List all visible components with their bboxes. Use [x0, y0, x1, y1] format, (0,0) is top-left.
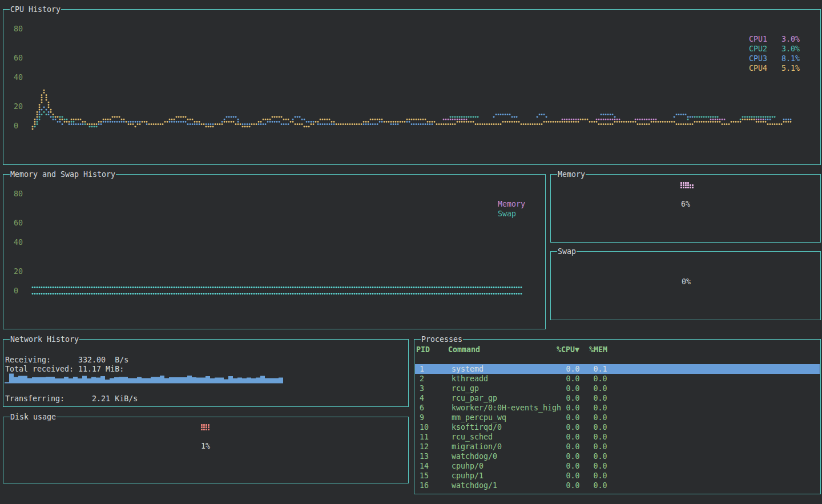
panel-title-memory: Memory [557, 170, 586, 179]
processes-header-mem[interactable]: %MEM [589, 345, 607, 354]
process-row-command[interactable]: cpuhp/1 [452, 471, 483, 481]
swap-gauge-percent: 0% [682, 277, 691, 287]
process-row-pid[interactable]: 2 [420, 374, 424, 384]
process-row-pid[interactable]: 13 [420, 451, 429, 461]
process-row-pid[interactable]: 10 [420, 422, 429, 432]
memory-gauge-percent: 6% [681, 199, 690, 209]
cpu-legend-value-cpu1: 3.0% [781, 34, 800, 44]
process-row-cpu[interactable]: 0.0 [566, 442, 579, 451]
process-row-command[interactable]: mm_percpu_wq [452, 413, 506, 422]
cpu-legend-name-cpu2: CPU2 [749, 44, 767, 54]
process-row-cpu[interactable]: 0.0 [566, 413, 579, 422]
network-total-received-line: Total received: 11.17 MiB: [5, 364, 124, 374]
process-row-command[interactable]: watchdog/1 [452, 481, 497, 490]
process-row-pid[interactable]: 11 [420, 432, 429, 442]
process-row-mem[interactable]: 0.0 [593, 471, 607, 481]
memswap-axis-label-40: 40 [14, 237, 23, 247]
process-row-cpu[interactable]: 0.0 [566, 364, 579, 374]
process-row-pid[interactable]: 14 [420, 461, 429, 471]
cpu-legend-value-cpu3: 8.1% [781, 54, 800, 63]
process-row-pid[interactable]: 4 [420, 393, 424, 403]
process-row-command[interactable]: watchdog/0 [452, 451, 497, 461]
process-row-cpu[interactable]: 0.0 [566, 403, 579, 413]
cpu-axis-label-40: 40 [14, 72, 23, 82]
process-row-cpu[interactable]: 0.0 [566, 384, 579, 393]
process-row-mem[interactable]: 0.1 [593, 364, 607, 374]
panel-cpu-history: CPU History [3, 9, 821, 165]
cpu-legend-name-cpu4: CPU4 [749, 63, 767, 73]
process-row-command[interactable]: rcu_sched [452, 432, 493, 442]
terminal-screen: CPU History Memory and Swap History Memo… [0, 0, 822, 504]
process-row-command[interactable]: systemd [452, 364, 483, 374]
process-row-cpu[interactable]: 0.0 [566, 471, 579, 481]
process-row-mem[interactable]: 0.0 [593, 442, 607, 451]
process-row-mem[interactable]: 0.0 [593, 413, 607, 422]
memswap-axis-label-80: 80 [14, 189, 23, 199]
process-row-mem[interactable]: 0.0 [593, 461, 607, 471]
panel-memswap-history: Memory and Swap History [3, 174, 546, 329]
process-row-cpu[interactable]: 0.0 [566, 393, 579, 403]
network-transferring-line: Transferring: 2.21 KiB/s [5, 394, 138, 404]
process-row-cpu[interactable]: 0.0 [566, 451, 579, 461]
panel-title-memswap-history: Memory and Swap History [10, 170, 116, 179]
process-row-cpu[interactable]: 0.0 [566, 481, 579, 490]
panel-title-swap: Swap [557, 247, 577, 256]
memswap-axis-label-60: 60 [14, 218, 23, 228]
process-row-cpu[interactable]: 0.0 [566, 461, 579, 471]
cpu-legend-name-cpu1: CPU1 [749, 34, 767, 44]
memswap-axis-label-0: 0 [14, 286, 18, 296]
panel-title-cpu-history: CPU History [10, 5, 61, 14]
process-row-mem[interactable]: 0.0 [593, 481, 607, 490]
cpu-legend-value-cpu2: 3.0% [781, 44, 800, 54]
process-row-command[interactable]: rcu_par_gp [452, 393, 497, 403]
processes-header-pid[interactable]: PID [416, 345, 430, 354]
process-row-command[interactable]: rcu_gp [452, 384, 479, 393]
process-row-mem[interactable]: 0.0 [593, 422, 607, 432]
network-receiving-line: Receiving: 332.00 B/s [5, 355, 128, 365]
process-row-pid[interactable]: 9 [420, 413, 424, 422]
process-row-mem[interactable]: 0.0 [593, 374, 607, 384]
process-row-pid[interactable]: 16 [420, 481, 429, 490]
process-row-pid[interactable]: 1 [420, 364, 424, 374]
cpu-axis-label-20: 20 [14, 102, 23, 111]
cpu-legend-name-cpu3: CPU3 [749, 54, 767, 63]
memswap-axis-label-20: 20 [14, 267, 23, 276]
panel-title-network: Network History [10, 334, 79, 344]
processes-header-cpu[interactable]: %CPU▼ [557, 345, 579, 354]
process-row-pid[interactable]: 6 [420, 403, 424, 413]
process-row-mem[interactable]: 0.0 [593, 384, 607, 393]
cpu-axis-label-0: 0 [14, 121, 18, 131]
panel-title-disk: Disk usage [10, 412, 57, 422]
memswap-legend-name-memory: Memory [498, 199, 525, 209]
process-row-mem[interactable]: 0.0 [593, 451, 607, 461]
process-row-command[interactable]: kthreadd [452, 374, 488, 384]
process-row-command[interactable]: migration/0 [452, 442, 502, 451]
panel-title-processes: Processes [421, 334, 463, 344]
process-row-mem[interactable]: 0.0 [593, 432, 607, 442]
disk-gauge-percent: 1% [201, 441, 210, 451]
process-row-command[interactable]: kworker/0:0H-events_high [452, 403, 561, 413]
process-row-mem[interactable]: 0.0 [593, 393, 607, 403]
cpu-legend-value-cpu4: 5.1% [781, 63, 800, 73]
cpu-axis-label-80: 80 [14, 24, 23, 34]
process-row-cpu[interactable]: 0.0 [566, 374, 579, 384]
process-row-cpu[interactable]: 0.0 [566, 422, 579, 432]
process-row-mem[interactable]: 0.0 [593, 403, 607, 413]
process-row-command[interactable]: ksoftirqd/0 [452, 422, 502, 432]
processes-header-command[interactable]: Command [448, 345, 480, 354]
process-row-pid[interactable]: 15 [420, 471, 429, 481]
cpu-axis-label-60: 60 [14, 53, 23, 63]
process-row-pid[interactable]: 12 [420, 442, 429, 451]
memswap-legend-name-swap: Swap [498, 209, 516, 219]
process-row-cpu[interactable]: 0.0 [566, 432, 579, 442]
process-row-command[interactable]: cpuhp/0 [452, 461, 483, 471]
process-row-pid[interactable]: 3 [420, 384, 424, 393]
